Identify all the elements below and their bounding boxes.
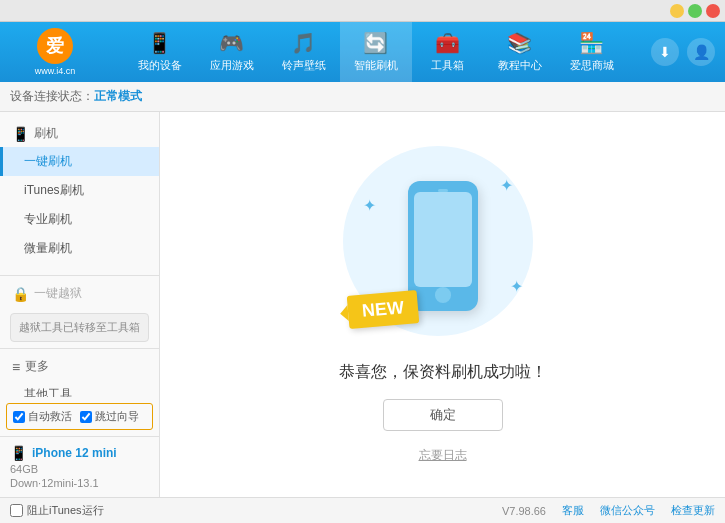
- phone-shape: [408, 181, 478, 311]
- lock-section-header: 🔒 一键越狱: [0, 280, 159, 307]
- minimize-btn[interactable]: [670, 4, 684, 18]
- maximize-btn[interactable]: [688, 4, 702, 18]
- lock-icon: 🔒: [12, 286, 29, 302]
- nav-apps-games-label: 应用游戏: [210, 58, 254, 73]
- auto-rescue-checkbox[interactable]: [13, 411, 25, 423]
- sidebar-checks: 自动救活 跳过向导: [6, 403, 153, 430]
- flash-section-label: 刷机: [34, 125, 58, 142]
- sidebar-item-one-key-flash[interactable]: 一键刷机: [0, 147, 159, 176]
- bottom-left: 阻止iTunes运行: [10, 503, 104, 518]
- nav-my-device[interactable]: 📱 我的设备: [124, 22, 196, 82]
- device-phone-icon: 📱: [10, 445, 27, 461]
- sparkle-top-left: ✦: [363, 196, 376, 215]
- nav-smart-flash-label: 智能刷机: [354, 58, 398, 73]
- nav-my-device-label: 我的设备: [138, 58, 182, 73]
- sidebar-divider-2: [0, 348, 159, 349]
- skip-wizard-label: 跳过向导: [95, 409, 139, 424]
- device-name: iPhone 12 mini: [32, 446, 117, 460]
- smart-flash-icon: 🔄: [363, 31, 388, 55]
- re-flash-link[interactable]: 忘要日志: [419, 447, 467, 464]
- apps-games-icon: 🎮: [219, 31, 244, 55]
- nav-toolbox[interactable]: 🧰 工具箱: [412, 22, 484, 82]
- nav-toolbox-label: 工具箱: [431, 58, 464, 73]
- nav-ringtone[interactable]: 🎵 铃声壁纸: [268, 22, 340, 82]
- device-area: 📱 iPhone 12 mini 64GB Down·12mini-13.1: [0, 436, 159, 497]
- new-badge: NEW: [346, 290, 419, 329]
- sidebar-divider-1: [0, 275, 159, 276]
- my-device-icon: 📱: [147, 31, 172, 55]
- ringtone-icon: 🎵: [291, 31, 316, 55]
- sidebar-notice: 越狱工具已转移至工具箱: [10, 313, 149, 342]
- sidebar: 📱 刷机 一键刷机 iTunes刷机 专业刷机 微量刷机 🔒: [0, 112, 160, 497]
- logo-icon: 爱: [37, 28, 73, 64]
- logo-site: www.i4.cn: [35, 66, 76, 76]
- flash-section-header: 📱 刷机: [0, 120, 159, 147]
- itunes-running[interactable]: 阻止iTunes运行: [10, 503, 104, 518]
- phone-home-btn: [435, 287, 451, 302]
- toolbox-icon: 🧰: [435, 31, 460, 55]
- status-bar: 设备连接状态： 正常模式: [0, 82, 725, 112]
- sidebar-item-micro-flash[interactable]: 微量刷机: [0, 234, 159, 263]
- nav-items: 📱 我的设备 🎮 应用游戏 🎵 铃声壁纸 🔄 智能刷机 🧰 工具箱 📚 教程中心…: [100, 22, 651, 82]
- version-text: V7.98.66: [502, 505, 546, 517]
- sidebar-item-itunes-flash[interactable]: iTunes刷机: [0, 176, 159, 205]
- status-label: 设备连接状态：: [10, 88, 94, 105]
- flash-section-icon: 📱: [12, 126, 29, 142]
- itunes-label: 阻止iTunes运行: [27, 503, 104, 518]
- user-btn[interactable]: 👤: [687, 38, 715, 66]
- auto-rescue-check[interactable]: 自动救活: [13, 409, 72, 424]
- phone-screen: [414, 192, 472, 287]
- bottom-right: V7.98.66 客服 微信公众号 检查更新: [502, 503, 715, 518]
- title-bar: [0, 0, 725, 22]
- more-section-header: ≡ 更多: [0, 353, 159, 380]
- nav-tutorial[interactable]: 📚 教程中心: [484, 22, 556, 82]
- flash-section: 📱 刷机 一键刷机 iTunes刷机 专业刷机 微量刷机: [0, 112, 159, 271]
- sidebar-item-other-tools[interactable]: 其他工具: [0, 380, 159, 397]
- success-title: 恭喜您，保资料刷机成功啦！: [339, 362, 547, 383]
- header: 爱 www.i4.cn 📱 我的设备 🎮 应用游戏 🎵 铃声壁纸 🔄 智能刷机 …: [0, 22, 725, 82]
- phone-illustration: ✦ ✦ ✦ NEW: [343, 146, 543, 346]
- nav-apps-games[interactable]: 🎮 应用游戏: [196, 22, 268, 82]
- mall-icon: 🏪: [579, 31, 604, 55]
- sparkle-bottom-right: ✦: [510, 277, 523, 296]
- skip-wizard-checkbox[interactable]: [80, 411, 92, 423]
- itunes-checkbox[interactable]: [10, 504, 23, 517]
- more-icon: ≡: [12, 359, 20, 375]
- check-update-link[interactable]: 检查更新: [671, 503, 715, 518]
- customer-service-link[interactable]: 客服: [562, 503, 584, 518]
- nav-mall-label: 爱思商城: [570, 58, 614, 73]
- sparkle-top-right: ✦: [500, 176, 513, 195]
- tutorial-icon: 📚: [507, 31, 532, 55]
- bottom-bar: 阻止iTunes运行 V7.98.66 客服 微信公众号 检查更新: [0, 497, 725, 523]
- logo-area[interactable]: 爱 www.i4.cn: [10, 28, 100, 76]
- header-right: ⬇ 👤: [651, 38, 715, 66]
- status-value: 正常模式: [94, 88, 142, 105]
- wechat-link[interactable]: 微信公众号: [600, 503, 655, 518]
- download-btn[interactable]: ⬇: [651, 38, 679, 66]
- success-area: ✦ ✦ ✦ NEW 恭喜您，保资料刷机成功啦！ 确定 忘要日志: [339, 146, 547, 464]
- confirm-button[interactable]: 确定: [383, 399, 503, 431]
- more-section-label: 更多: [25, 358, 49, 375]
- skip-wizard-check[interactable]: 跳过向导: [80, 409, 139, 424]
- sidebar-scroll: 📱 刷机 一键刷机 iTunes刷机 专业刷机 微量刷机 🔒: [0, 112, 159, 397]
- nav-ringtone-label: 铃声壁纸: [282, 58, 326, 73]
- device-firmware: Down·12mini-13.1: [10, 477, 149, 489]
- auto-rescue-label: 自动救活: [28, 409, 72, 424]
- nav-tutorial-label: 教程中心: [498, 58, 542, 73]
- nav-smart-flash[interactable]: 🔄 智能刷机: [340, 22, 412, 82]
- close-btn[interactable]: [706, 4, 720, 18]
- device-storage: 64GB: [10, 463, 149, 475]
- lock-label: 一键越狱: [34, 285, 82, 302]
- nav-mall[interactable]: 🏪 爱思商城: [556, 22, 628, 82]
- main-layout: 📱 刷机 一键刷机 iTunes刷机 专业刷机 微量刷机 🔒: [0, 112, 725, 497]
- sidebar-item-pro-flash[interactable]: 专业刷机: [0, 205, 159, 234]
- main-content: ✦ ✦ ✦ NEW 恭喜您，保资料刷机成功啦！ 确定 忘要日志: [160, 112, 725, 497]
